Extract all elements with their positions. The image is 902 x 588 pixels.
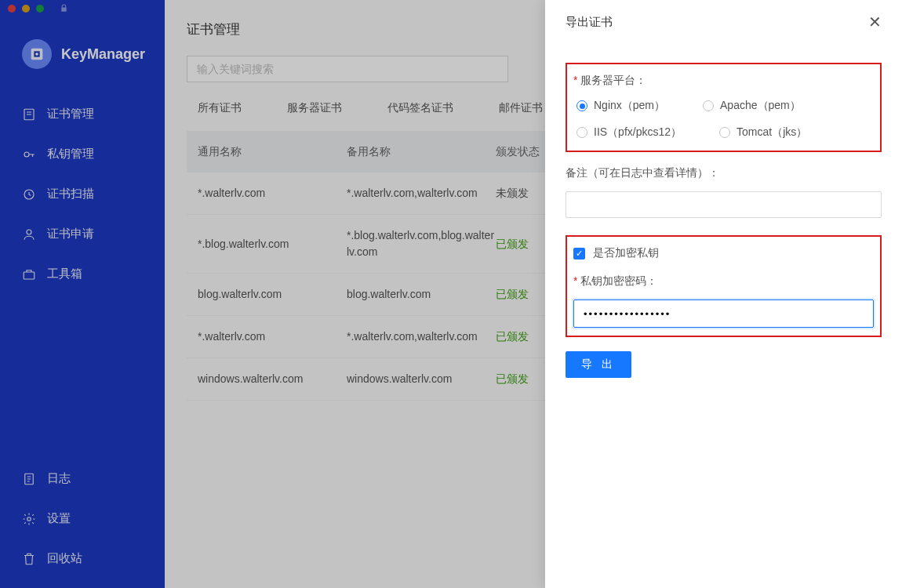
panel-title: 导出证书 [566,15,613,30]
remark-group: 备注（可在日志中查看详情）： [566,166,882,218]
radio-iis[interactable]: IIS（pfx/pkcs12） [576,125,682,140]
radio-nginx[interactable]: Nginx（pem） [576,99,665,113]
pwd-label: *私钥加密密码： [573,274,874,289]
export-button[interactable]: 导 出 [566,351,631,378]
remark-label: 备注（可在日志中查看详情）： [566,166,882,180]
password-input[interactable] [573,299,874,328]
export-cert-panel: 导出证书 ✕ *服务器平台： Nginx（pem） Apache（pem） II… [545,0,902,588]
radio-apache[interactable]: Apache（pem） [703,99,801,113]
radio-tomcat[interactable]: Tomcat（jks） [719,125,807,140]
encrypt-group: ✓ 是否加密私钥 *私钥加密密码： [566,235,882,337]
modal-backdrop[interactable] [0,0,545,588]
encrypt-checkbox[interactable]: ✓ [573,248,585,260]
platform-group: *服务器平台： Nginx（pem） Apache（pem） IIS（pfx/p… [566,63,882,152]
encrypt-label: 是否加密私钥 [593,246,659,260]
remark-input[interactable] [566,191,882,218]
platform-label: *服务器平台： [573,74,874,88]
close-icon[interactable]: ✕ [868,14,882,30]
